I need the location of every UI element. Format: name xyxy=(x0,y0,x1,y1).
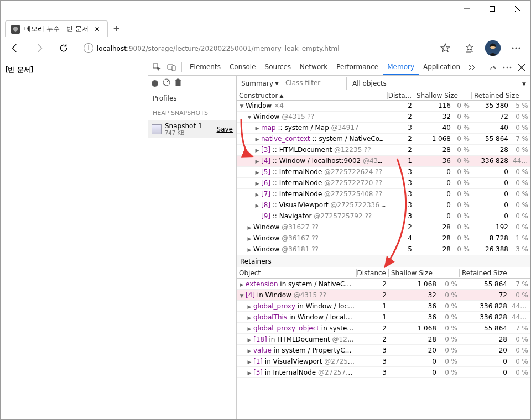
svg-line-21 xyxy=(164,80,169,85)
table-row[interactable]: Window @4315 ??2320 %720 % xyxy=(237,112,530,123)
table-row[interactable]: extension in system / NativeContex21 068… xyxy=(237,279,530,290)
settings-icon[interactable] xyxy=(486,61,499,74)
tree-arrow-icon[interactable] xyxy=(254,135,260,143)
snapshot-name: Snapshot 1 xyxy=(165,122,214,130)
table-row[interactable]: [5] :: InternalNode @2725722624 ??300 %0… xyxy=(237,167,530,178)
tree-arrow-icon[interactable] xyxy=(239,102,244,109)
profile-avatar[interactable] xyxy=(485,40,501,56)
table-row[interactable]: [3] :: HTMLDocument @12235 ??2280 %280 % xyxy=(237,145,530,156)
devtools-tab-sources[interactable]: Sources xyxy=(261,60,295,75)
tree-arrow-icon[interactable] xyxy=(247,245,252,253)
close-window-button[interactable] xyxy=(505,1,530,17)
col-retained-size[interactable]: Retained Size xyxy=(472,92,530,99)
table-row[interactable]: [4] in Window @4315 ??2320 %720 % xyxy=(237,290,530,301)
forward-button[interactable] xyxy=(30,39,48,57)
summary-dropdown[interactable]: Summary ▼ xyxy=(239,78,281,88)
table-row[interactable]: value in system / PropertyCell @3200 %20… xyxy=(237,345,530,356)
maximize-button[interactable] xyxy=(480,1,505,17)
table-row[interactable]: global_proxy in Window / localho1360 %33… xyxy=(237,301,530,312)
new-tab-button[interactable]: + xyxy=(108,19,126,37)
tree-arrow-icon[interactable] xyxy=(247,347,252,354)
tree-arrow-icon[interactable] xyxy=(254,146,260,154)
col-distance[interactable]: Dista... xyxy=(388,92,414,99)
table-row[interactable]: [7] :: InternalNode @2725725408 ??300 %0… xyxy=(237,189,530,200)
table-row[interactable]: global_proxy_object in system /21 0680 %… xyxy=(237,323,530,334)
delete-button[interactable] xyxy=(175,78,181,88)
tree-arrow-icon[interactable] xyxy=(247,302,252,310)
svg-rect-13 xyxy=(172,66,175,71)
table-row[interactable]: [8] :: VisualViewport @2725722336 ??300 … xyxy=(237,200,530,211)
inspect-element-icon[interactable] xyxy=(150,61,164,74)
svg-point-16 xyxy=(507,66,508,68)
tree-arrow-icon[interactable] xyxy=(254,201,260,209)
svg-point-9 xyxy=(516,47,517,49)
snapshot-save-link[interactable]: Save xyxy=(217,125,233,133)
col-shallow-size[interactable]: Shallow Size xyxy=(389,269,460,277)
table-row[interactable]: [9] :: Navigator @2725725792 ??300 %00 % xyxy=(237,211,530,222)
devtools-panel: ElementsConsoleSourcesNetworkPerformance… xyxy=(148,59,530,419)
info-icon[interactable]: i xyxy=(84,43,93,53)
more-tabs-icon[interactable] xyxy=(466,61,479,74)
tree-arrow-icon[interactable] xyxy=(254,124,260,132)
record-button[interactable] xyxy=(152,80,158,87)
refresh-button[interactable] xyxy=(55,39,72,57)
tree-arrow-icon[interactable] xyxy=(247,335,252,343)
tree-arrow-icon[interactable] xyxy=(254,179,260,187)
svg-point-8 xyxy=(512,47,514,49)
dropdown-icon: ▼ xyxy=(275,81,279,86)
clear-button[interactable] xyxy=(163,78,170,88)
col-constructor[interactable]: Constructor ▲ xyxy=(237,92,388,99)
tree-arrow-icon[interactable] xyxy=(239,280,244,288)
devtools-tab-performance[interactable]: Performance xyxy=(332,60,383,75)
table-row[interactable]: [18] in HTMLDocument @12235 ??2280 %280 … xyxy=(237,334,530,345)
menu-button[interactable] xyxy=(507,39,525,57)
col-object[interactable]: Object xyxy=(237,269,357,277)
browser-tab[interactable]: 메모리 누수 - 빈 문서 ✕ xyxy=(5,20,108,37)
table-row[interactable]: [3] in InternalNode @2725723488300 %00 % xyxy=(237,367,530,378)
profiles-label: Profiles xyxy=(148,91,236,106)
tree-arrow-icon[interactable] xyxy=(254,157,260,165)
table-row[interactable]: [1] in VisualViewport @272572233300 %00 … xyxy=(237,356,530,367)
table-row[interactable]: Window ×421160 %35 3805 % xyxy=(237,101,530,112)
favorite-button[interactable] xyxy=(436,39,454,57)
svg-point-10 xyxy=(519,47,520,49)
favorites-bar-button[interactable] xyxy=(461,39,478,57)
snapshot-item[interactable]: Snapshot 1 747 KB Save xyxy=(148,120,236,138)
minimize-button[interactable] xyxy=(454,1,480,17)
all-objects-dropdown[interactable]: All objects xyxy=(346,77,518,90)
tree-arrow-icon[interactable] xyxy=(247,234,252,242)
devtools-tab-network[interactable]: Network xyxy=(295,60,332,75)
back-button[interactable] xyxy=(6,39,24,57)
class-filter-input[interactable] xyxy=(283,78,344,88)
devtools-tab-elements[interactable]: Elements xyxy=(185,60,225,75)
tree-arrow-icon[interactable] xyxy=(247,358,252,365)
table-row[interactable]: native_context :: system / NativeContext… xyxy=(237,134,530,145)
tree-arrow-icon[interactable] xyxy=(247,313,252,321)
table-row[interactable]: [6] :: InternalNode @2725722720 ??300 %0… xyxy=(237,178,530,189)
more-options-icon[interactable] xyxy=(501,61,514,74)
device-toolbar-icon[interactable] xyxy=(165,61,178,74)
table-row[interactable]: Window @36167 ??4280 %8 7281 % xyxy=(237,233,530,244)
address-bar[interactable]: i localhost:9002/storage/lecture/2020022… xyxy=(79,41,430,55)
close-devtools-icon[interactable] xyxy=(515,61,528,74)
table-row[interactable]: [4] :: Window / localhost:9002 @4313 ??1… xyxy=(237,156,530,167)
col-distance[interactable]: Distance xyxy=(357,269,389,277)
tree-arrow-icon[interactable] xyxy=(254,168,260,176)
devtools-tab-console[interactable]: Console xyxy=(225,60,261,75)
tree-arrow-icon[interactable] xyxy=(254,190,260,198)
tree-arrow-icon[interactable] xyxy=(247,113,252,120)
table-row[interactable]: Window @36181 ??5280 %26 3883 % xyxy=(237,244,530,255)
table-row[interactable]: map :: system / Map @349173400 %400 % xyxy=(237,123,530,134)
tree-arrow-icon[interactable] xyxy=(239,291,244,299)
tab-close-icon[interactable]: ✕ xyxy=(93,25,102,33)
col-retained-size[interactable]: Retained Size xyxy=(460,269,530,277)
table-row[interactable]: Window @31627 ??2280 %1920 % xyxy=(237,222,530,233)
dropdown-icon[interactable]: ▼ xyxy=(520,77,528,90)
tree-arrow-icon[interactable] xyxy=(247,324,252,332)
devtools-tab-memory[interactable]: Memory xyxy=(383,60,419,75)
table-row[interactable]: globalThis in Window / localhost1360 %33… xyxy=(237,312,530,323)
tree-arrow-icon[interactable] xyxy=(247,369,252,376)
devtools-tab-application[interactable]: Application xyxy=(419,60,465,75)
col-shallow-size[interactable]: Shallow Size xyxy=(414,92,472,99)
tree-arrow-icon[interactable] xyxy=(247,223,252,231)
